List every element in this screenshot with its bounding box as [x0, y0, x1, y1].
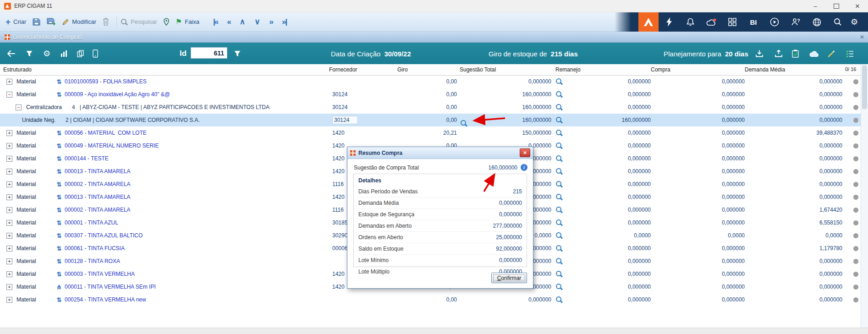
- nav-up-button[interactable]: ∧: [240, 17, 245, 27]
- col-fornecedor[interactable]: Fornecedor: [329, 66, 357, 73]
- search-icon[interactable]: [555, 168, 563, 175]
- id-filter-button[interactable]: [234, 50, 241, 57]
- expand-toggle-icon[interactable]: +: [6, 207, 12, 213]
- create-button[interactable]: + Criar: [5, 17, 26, 26]
- search-icon[interactable]: [555, 78, 563, 85]
- col-demanda[interactable]: Demanda Média: [745, 66, 785, 73]
- wizard-button[interactable]: [828, 49, 835, 57]
- expand-toggle-icon[interactable]: +: [6, 258, 12, 264]
- search-icon[interactable]: [555, 129, 563, 137]
- save-new-button[interactable]: [47, 17, 56, 26]
- search-icon[interactable]: [555, 181, 563, 188]
- expand-toggle-icon[interactable]: +: [6, 181, 12, 187]
- modify-button[interactable]: Modificar: [62, 18, 96, 25]
- search-icon[interactable]: [555, 116, 563, 124]
- maximize-button[interactable]: [826, 0, 847, 12]
- expand-toggle-icon[interactable]: +: [6, 246, 12, 252]
- global-search-button[interactable]: [827, 12, 848, 32]
- expand-toggle-icon[interactable]: +: [6, 156, 12, 162]
- search-icon[interactable]: [555, 206, 563, 214]
- search-icon[interactable]: [555, 283, 563, 290]
- cigam-home-button[interactable]: [638, 12, 659, 32]
- filter-button[interactable]: [26, 50, 33, 57]
- nav-last-button[interactable]: »|: [282, 17, 286, 27]
- save-button[interactable]: [33, 18, 40, 26]
- search-icon[interactable]: [555, 245, 563, 252]
- copy-button[interactable]: [77, 50, 84, 57]
- table-row[interactable]: + Material ⇅ 000056 - MATERIAL COM LOTE …: [0, 126, 868, 139]
- expand-toggle-icon[interactable]: +: [6, 233, 12, 239]
- minimize-button[interactable]: –: [805, 0, 826, 12]
- expand-toggle-icon[interactable]: +: [6, 297, 12, 303]
- expand-toggle-icon[interactable]: −: [16, 104, 22, 110]
- search-icon[interactable]: [555, 142, 563, 149]
- mobile-button[interactable]: [93, 49, 98, 58]
- settings-button[interactable]: ⚙: [848, 12, 860, 32]
- search-button[interactable]: Pesquisar: [121, 18, 157, 26]
- import-button[interactable]: [775, 49, 783, 57]
- expand-toggle-icon[interactable]: +: [6, 169, 12, 175]
- expand-toggle-icon[interactable]: +: [6, 271, 12, 277]
- cloud-sync-button[interactable]: [809, 50, 819, 57]
- nav-prev-button[interactable]: «: [227, 17, 230, 27]
- search-icon[interactable]: [555, 232, 563, 239]
- nav-first-button[interactable]: |«: [213, 17, 218, 27]
- apps-grid-button[interactable]: [722, 12, 743, 32]
- media-button[interactable]: [764, 12, 785, 32]
- export-button[interactable]: [755, 49, 764, 57]
- expand-toggle-icon[interactable]: +: [6, 143, 12, 149]
- col-giro[interactable]: Giro: [397, 66, 408, 73]
- col-estruturado[interactable]: Estruturado: [3, 66, 32, 73]
- search-icon[interactable]: [555, 296, 563, 303]
- tasks-button[interactable]: [792, 49, 799, 58]
- cloud-button[interactable]: [701, 12, 722, 32]
- search-icon[interactable]: [555, 270, 563, 278]
- search-icon[interactable]: [555, 219, 563, 226]
- nav-down-button[interactable]: ∨: [254, 17, 260, 27]
- id-input[interactable]: [191, 47, 227, 59]
- search-icon[interactable]: [555, 155, 563, 162]
- table-row[interactable]: + Material ⇅ 01001000593 - FOLHA SIMPLES…: [0, 75, 868, 88]
- tab-gerenciamento-compras[interactable]: Gerenciamento de Compras: [13, 34, 82, 40]
- tab-close-icon[interactable]: ✕: [860, 34, 864, 40]
- expand-toggle-icon[interactable]: +: [6, 194, 12, 200]
- confirm-button[interactable]: Confirmar: [491, 273, 527, 283]
- notifications-button[interactable]: [680, 12, 701, 32]
- web-button[interactable]: [806, 12, 827, 32]
- support-button[interactable]: ?: [785, 12, 806, 32]
- vertical-scrollbar[interactable]: [861, 64, 868, 328]
- expand-toggle-icon[interactable]: +: [6, 284, 12, 290]
- delete-button[interactable]: [103, 18, 109, 26]
- col-sugestao[interactable]: Sugestão Total: [460, 66, 496, 73]
- search-icon[interactable]: [555, 193, 563, 201]
- col-compra[interactable]: Compra: [651, 66, 670, 73]
- table-row[interactable]: Unidade Neg. 2 | CIGAM | CIGAM SOFTWARE …: [0, 114, 868, 126]
- dialog-close-button[interactable]: ✕: [520, 148, 530, 157]
- chart-button[interactable]: [60, 50, 68, 57]
- range-button[interactable]: ⚑ Faixa: [176, 17, 199, 26]
- expand-toggle-icon[interactable]: +: [6, 130, 12, 136]
- dialog-titlebar[interactable]: Resumo Compra ✕: [347, 147, 533, 159]
- table-row[interactable]: − Centralizadora 4 | ABYZ-CIGAM - TESTE …: [0, 101, 868, 114]
- col-remanejo[interactable]: Remanejo: [555, 66, 581, 73]
- search-icon[interactable]: [555, 91, 563, 98]
- search-icon[interactable]: [555, 104, 563, 111]
- table-row[interactable]: + Material ⇅ 000254 - TINTA VERMELHA new…: [0, 293, 868, 306]
- panel-settings-button[interactable]: ⚙: [43, 49, 50, 59]
- bi-button[interactable]: BI: [743, 12, 764, 32]
- expand-toggle-icon[interactable]: +: [6, 220, 12, 226]
- back-button[interactable]: [6, 50, 16, 57]
- expand-toggle-icon[interactable]: +: [6, 79, 12, 85]
- table-row[interactable]: − Material ⇅ 000009 - Aço inoxidável Açã…: [0, 88, 868, 101]
- nav-next-button[interactable]: »: [269, 17, 273, 27]
- expand-toggle-icon[interactable]: −: [6, 92, 12, 98]
- compra-cell: 0,000000: [651, 142, 745, 149]
- close-button[interactable]: ✕: [847, 0, 868, 12]
- search-icon[interactable]: [555, 257, 563, 265]
- search-icon[interactable]: [460, 120, 467, 127]
- location-button[interactable]: [164, 18, 169, 26]
- automation-button[interactable]: [659, 12, 680, 32]
- item-name: 2 | CIGAM | CIGAM SOFTWARE CORPORATIVO S…: [66, 117, 200, 123]
- checklist-button[interactable]: [846, 49, 854, 57]
- info-icon[interactable]: i: [521, 164, 527, 171]
